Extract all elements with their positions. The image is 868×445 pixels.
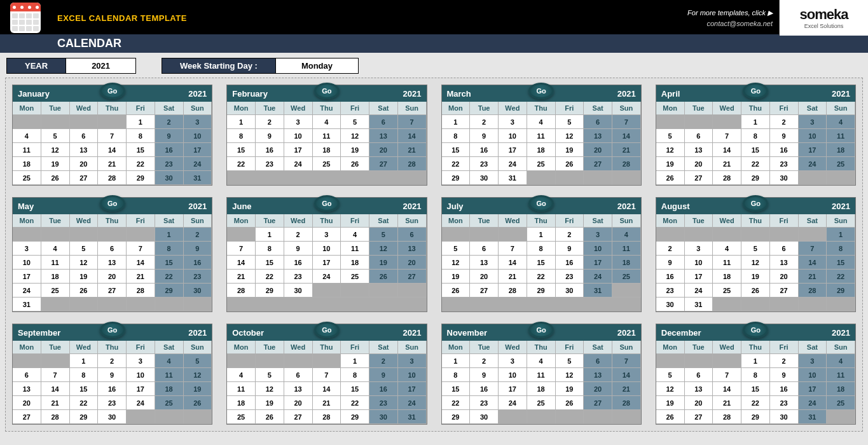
day-cell[interactable]: 19 <box>741 270 770 284</box>
day-cell[interactable]: 30 <box>556 284 584 298</box>
day-cell[interactable]: 13 <box>685 143 713 157</box>
day-cell[interactable]: 10 <box>313 242 341 256</box>
day-cell[interactable]: 7 <box>713 129 741 143</box>
day-cell[interactable]: 30 <box>656 298 685 312</box>
day-cell[interactable]: 8 <box>741 368 770 382</box>
day-cell[interactable]: 19 <box>656 396 685 410</box>
day-cell[interactable]: 3 <box>799 115 827 129</box>
day-cell[interactable]: 27 <box>369 157 398 171</box>
day-cell[interactable]: 11 <box>527 368 556 382</box>
day-cell[interactable]: 21 <box>499 270 527 284</box>
day-cell[interactable]: 8 <box>827 242 855 256</box>
day-cell[interactable]: 20 <box>584 143 612 157</box>
day-cell[interactable]: 6 <box>369 115 398 129</box>
day-cell[interactable]: 21 <box>313 396 341 410</box>
day-cell[interactable]: 23 <box>556 270 584 284</box>
day-cell[interactable]: 13 <box>369 129 398 143</box>
day-cell[interactable]: 15 <box>442 143 471 157</box>
day-cell[interactable]: 12 <box>656 382 685 396</box>
day-cell[interactable]: 29 <box>741 410 770 424</box>
go-button[interactable]: Go <box>743 322 768 338</box>
day-cell[interactable]: 12 <box>184 368 212 382</box>
day-cell[interactable]: 26 <box>656 410 685 424</box>
day-cell[interactable]: 18 <box>227 396 256 410</box>
day-cell[interactable]: 23 <box>98 396 127 410</box>
day-cell[interactable]: 17 <box>584 256 612 270</box>
day-cell[interactable]: 20 <box>584 382 612 396</box>
day-cell[interactable]: 22 <box>227 157 256 171</box>
day-cell[interactable]: 1 <box>442 354 471 368</box>
day-cell[interactable]: 14 <box>313 382 341 396</box>
day-cell[interactable]: 21 <box>612 143 641 157</box>
day-cell[interactable]: 3 <box>584 228 612 242</box>
day-cell[interactable]: 4 <box>527 354 556 368</box>
day-cell[interactable]: 22 <box>70 396 99 410</box>
day-cell[interactable]: 3 <box>127 354 155 368</box>
day-cell[interactable]: 8 <box>70 368 99 382</box>
day-cell[interactable]: 3 <box>499 115 527 129</box>
day-cell[interactable]: 29 <box>442 410 471 424</box>
day-cell[interactable]: 25 <box>41 284 70 298</box>
day-cell[interactable]: 8 <box>155 242 184 256</box>
day-cell[interactable]: 22 <box>827 270 855 284</box>
day-cell[interactable]: 2 <box>284 228 313 242</box>
day-cell[interactable]: 27 <box>685 410 713 424</box>
day-cell[interactable]: 19 <box>369 256 398 270</box>
day-cell[interactable]: 4 <box>612 228 641 242</box>
go-button[interactable]: Go <box>100 195 125 212</box>
day-cell[interactable]: 13 <box>584 129 612 143</box>
day-cell[interactable]: 4 <box>155 354 184 368</box>
day-cell[interactable]: 1 <box>827 228 855 242</box>
day-cell[interactable]: 1 <box>442 115 471 129</box>
day-cell[interactable]: 14 <box>612 368 641 382</box>
day-cell[interactable]: 7 <box>127 242 155 256</box>
day-cell[interactable]: 28 <box>713 171 741 185</box>
day-cell[interactable]: 4 <box>313 115 341 129</box>
day-cell[interactable]: 28 <box>612 157 641 171</box>
day-cell[interactable]: 22 <box>127 157 155 171</box>
day-cell[interactable]: 15 <box>827 256 855 270</box>
day-cell[interactable]: 31 <box>584 284 612 298</box>
day-cell[interactable]: 22 <box>256 270 284 284</box>
day-cell[interactable]: 26 <box>369 270 398 284</box>
day-cell[interactable]: 3 <box>398 354 427 368</box>
day-cell[interactable]: 5 <box>442 242 471 256</box>
day-cell[interactable]: 17 <box>13 270 41 284</box>
day-cell[interactable]: 14 <box>398 129 427 143</box>
day-cell[interactable]: 31 <box>799 410 827 424</box>
day-cell[interactable]: 3 <box>685 242 713 256</box>
day-cell[interactable]: 29 <box>741 171 770 185</box>
day-cell[interactable]: 18 <box>527 143 556 157</box>
day-cell[interactable]: 9 <box>770 129 799 143</box>
day-cell[interactable]: 13 <box>584 368 612 382</box>
day-cell[interactable]: 26 <box>556 157 584 171</box>
day-cell[interactable]: 12 <box>656 143 685 157</box>
day-cell[interactable]: 3 <box>13 242 41 256</box>
day-cell[interactable]: 21 <box>127 270 155 284</box>
day-cell[interactable]: 9 <box>770 368 799 382</box>
day-cell[interactable]: 4 <box>527 115 556 129</box>
day-cell[interactable]: 17 <box>284 143 313 157</box>
day-cell[interactable]: 5 <box>41 129 70 143</box>
day-cell[interactable]: 23 <box>470 396 499 410</box>
day-cell[interactable]: 28 <box>612 396 641 410</box>
day-cell[interactable]: 5 <box>184 354 212 368</box>
day-cell[interactable]: 20 <box>398 256 427 270</box>
day-cell[interactable]: 10 <box>799 368 827 382</box>
day-cell[interactable]: 22 <box>442 396 471 410</box>
day-cell[interactable]: 13 <box>70 143 99 157</box>
day-cell[interactable]: 3 <box>184 115 212 129</box>
day-cell[interactable]: 16 <box>284 256 313 270</box>
go-button[interactable]: Go <box>314 195 340 212</box>
day-cell[interactable]: 28 <box>398 157 427 171</box>
day-cell[interactable]: 15 <box>527 256 556 270</box>
year-input[interactable]: 2021 <box>66 58 136 74</box>
day-cell[interactable]: 19 <box>341 143 369 157</box>
day-cell[interactable]: 14 <box>499 256 527 270</box>
day-cell[interactable]: 5 <box>656 129 685 143</box>
week-start-input[interactable]: Monday <box>276 58 359 74</box>
day-cell[interactable]: 2 <box>184 228 212 242</box>
day-cell[interactable]: 19 <box>556 382 584 396</box>
day-cell[interactable]: 3 <box>313 228 341 242</box>
day-cell[interactable]: 30 <box>155 171 184 185</box>
